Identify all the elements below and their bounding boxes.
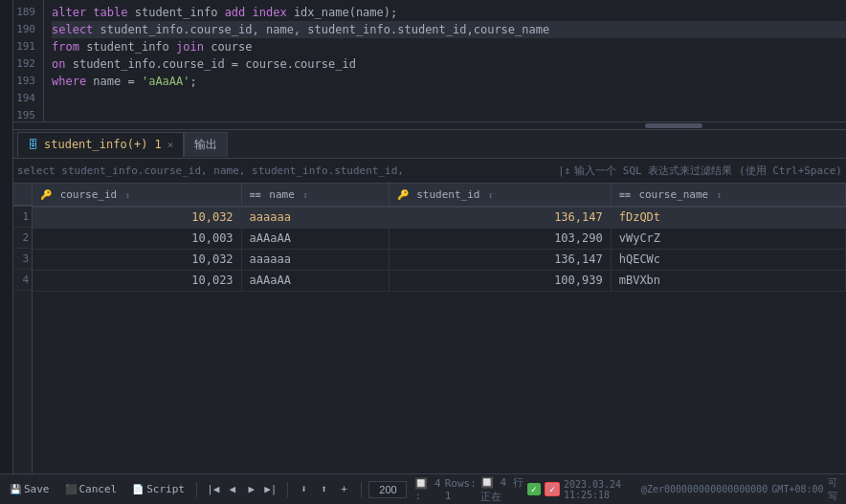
- cell-course-id: 10,032: [33, 207, 241, 228]
- row-num-1: 1: [13, 207, 32, 228]
- tab-label-1: student_info(+) 1: [44, 138, 162, 151]
- cell-name: aAAaAA: [241, 270, 389, 291]
- db-icon: 🗄: [28, 139, 38, 151]
- nav-prev[interactable]: ◀: [224, 481, 241, 498]
- tab-bar: 🗄 student_info(+) 1 × 输出: [13, 130, 846, 159]
- cell-student-id: 136,147: [389, 207, 611, 228]
- line-numbers: 189 190 191 192 193 194 195: [13, 0, 44, 121]
- separator-3: [361, 482, 362, 497]
- export-btn-1[interactable]: ⬇: [296, 481, 313, 498]
- separator-1: [196, 482, 197, 497]
- col-icon-1: ≡≡: [250, 189, 261, 200]
- save-icon: 💾: [10, 484, 21, 494]
- col-header-name[interactable]: ≡≡ name ↕: [241, 184, 389, 207]
- row-num-3: 3: [13, 249, 32, 270]
- col-header-student-id[interactable]: 🔑 student_id ↕: [389, 184, 611, 207]
- col-icon-2: 🔑: [397, 189, 409, 200]
- green-status[interactable]: ✓: [527, 483, 541, 495]
- cell-student-id: 100,939: [389, 270, 611, 291]
- cell-student-id: 136,147: [389, 249, 611, 270]
- script-button[interactable]: 📄 Script: [128, 481, 189, 497]
- left-panel: [0, 0, 13, 473]
- timezone-label: GMT+08:00: [771, 484, 823, 494]
- cell-course-name: vWyCrZ: [611, 228, 845, 249]
- lines-label: 🔲 4 行正在: [480, 475, 523, 504]
- results-table: 🔑 course_id ↕ ≡≡ name ↕ 🔑: [33, 184, 846, 292]
- mode-label: 可写: [828, 476, 840, 503]
- export-btn-2[interactable]: ⬆: [316, 481, 333, 498]
- code-line-193: where name = 'aAaAA';: [52, 73, 846, 90]
- status-bar: 💾 Save ⬛ Cancel 📄 Script |◀ ◀ ▶ ▶| ⬇ ⬆: [0, 473, 846, 504]
- col-header-course-name[interactable]: ≡≡ course_name ↕: [611, 184, 845, 207]
- save-button[interactable]: 💾 Save: [6, 481, 54, 497]
- script-icon: 📄: [132, 484, 144, 494]
- sort-icon-0[interactable]: ↕: [125, 190, 130, 200]
- table-row[interactable]: 10,023 aAAaAA 100,939 mBVXbn: [33, 270, 846, 291]
- tab-label-2: 输出: [194, 137, 217, 153]
- cell-course-name: hQECWc: [611, 249, 845, 270]
- sort-icon-2[interactable]: ↕: [488, 190, 493, 200]
- code-line-194: [52, 90, 846, 107]
- cell-student-id: 103,290: [389, 228, 611, 249]
- horizontal-scrollbar[interactable]: [13, 122, 846, 130]
- code-line-192: on student_info.course_id = course.cours…: [52, 55, 846, 73]
- row-numbers: 1 2 3 4: [13, 184, 33, 473]
- cancel-icon: ⬛: [65, 484, 77, 494]
- cell-name: aaaaaa: [241, 249, 389, 270]
- table-row[interactable]: 10,032 aaaaaa 136,147 fDzQDt: [33, 207, 846, 228]
- code-line-189: alter table student_info add index idx_n…: [52, 4, 846, 21]
- sort-icon-1[interactable]: ↕: [302, 190, 307, 200]
- status-info: 🔲 4 : Rows: 1 🔲 4 行正在 ✓ ✓ 2023.03.24 11:…: [414, 475, 840, 504]
- separator-2: [287, 482, 288, 497]
- query-bar: select student_info.course_id, name, stu…: [13, 159, 846, 184]
- table-container[interactable]: 🔑 course_id ↕ ≡≡ name ↕ 🔑: [33, 184, 846, 473]
- code-line-191: from student_info join course: [52, 38, 846, 55]
- zoom-input[interactable]: [368, 481, 407, 498]
- table-row[interactable]: 10,003 aAAaAA 103,290 vWyCrZ: [33, 228, 846, 249]
- nav-first[interactable]: |◀: [205, 481, 222, 498]
- query-text: select student_info.course_id, name, stu…: [17, 164, 554, 177]
- rows-label: Rows: 1: [445, 477, 477, 502]
- nav-controls: |◀ ◀ ▶ ▶|: [205, 481, 279, 498]
- cell-course-id: 10,003: [33, 228, 241, 249]
- code-editor: 189 190 191 192 193 194 195 alter table …: [13, 0, 846, 122]
- query-hint: 输入一个 SQL 表达式来过滤结果 (使用 Ctrl+Space): [574, 164, 842, 178]
- export-btn-3[interactable]: +: [336, 481, 353, 498]
- cell-course-id: 10,032: [33, 249, 241, 270]
- col-header-course-id[interactable]: 🔑 course_id ↕: [33, 184, 241, 207]
- code-line-195: [52, 107, 846, 121]
- filter-icon: |↕: [558, 164, 570, 177]
- sort-icon-3[interactable]: ↕: [717, 190, 722, 200]
- table-row[interactable]: 10,032 aaaaaa 136,147 hQECWc: [33, 249, 846, 270]
- code-line-190: select student_info.course_id, name, stu…: [52, 21, 846, 38]
- cell-course-name: fDzQDt: [611, 207, 845, 228]
- tab-close-1[interactable]: ×: [167, 139, 174, 151]
- code-content[interactable]: alter table student_info add index idx_n…: [44, 0, 846, 121]
- rows-count: 🔲 4 :: [414, 477, 440, 502]
- tab-student-info[interactable]: 🗄 student_info(+) 1 ×: [17, 132, 184, 157]
- pk-icon: 🔑: [40, 189, 52, 200]
- row-num-2: 2: [13, 228, 32, 249]
- scroll-thumb[interactable]: [645, 123, 702, 128]
- cell-course-id: 10,023: [33, 270, 241, 291]
- user-label: @Zer000000000000000000: [641, 484, 768, 494]
- results-area: 1 2 3 4 🔑 course_id ↕: [13, 184, 846, 473]
- cancel-button[interactable]: ⬛ Cancel: [61, 481, 122, 497]
- nav-last[interactable]: ▶|: [262, 481, 279, 498]
- row-num-4: 4: [13, 270, 32, 291]
- cell-course-name: mBVXbn: [611, 270, 845, 291]
- tab-output[interactable]: 输出: [184, 132, 228, 157]
- cell-name: aaaaaa: [241, 207, 389, 228]
- col-icon-3: ≡≡: [619, 189, 631, 200]
- cell-name: aAAaAA: [241, 228, 389, 249]
- red-status[interactable]: ✓: [545, 482, 560, 496]
- nav-next[interactable]: ▶: [243, 481, 260, 498]
- export-controls: ⬇ ⬆ +: [296, 481, 353, 498]
- timestamp: 2023.03.24 11:25:18: [564, 479, 637, 500]
